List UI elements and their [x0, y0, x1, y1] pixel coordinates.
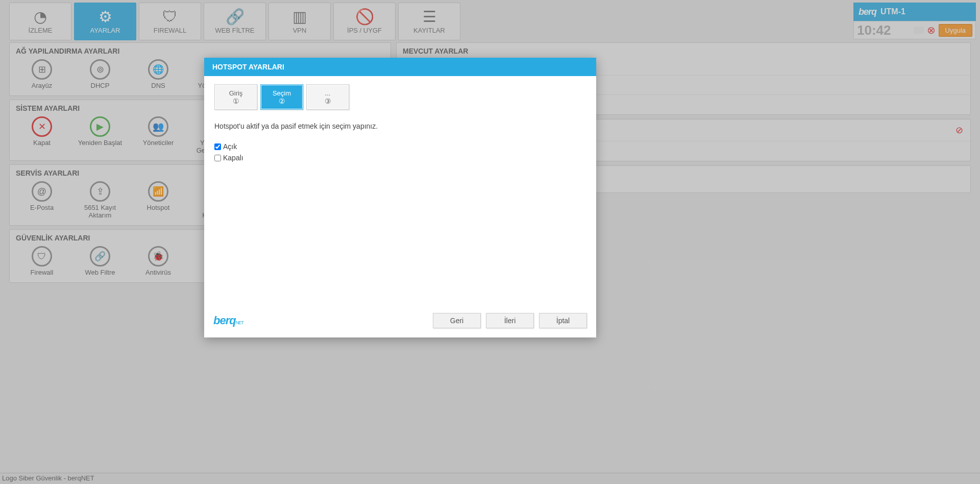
wizard-step-1[interactable]: Giriş ①	[214, 84, 257, 110]
modal-logo: berqNET	[213, 314, 428, 327]
label-off: Kapalı	[223, 154, 243, 162]
next-button[interactable]: İleri	[486, 313, 534, 328]
checkbox-on[interactable]	[214, 143, 221, 150]
modal-instruction: Hotspot'u aktif ya da pasif etmek için s…	[214, 122, 586, 130]
wizard-step-3[interactable]: ... ③	[306, 84, 349, 110]
wizard-step-2[interactable]: Seçim ②	[260, 84, 303, 110]
back-button[interactable]: Geri	[433, 313, 481, 328]
cancel-button[interactable]: İptal	[539, 313, 587, 328]
modal-title: HOTSPOT AYARLARI	[204, 58, 596, 76]
label-on: Açık	[223, 142, 237, 151]
hotspot-modal: HOTSPOT AYARLARI Giriş ① Seçim ② ... ③ H…	[204, 58, 596, 337]
checkbox-off[interactable]	[214, 155, 221, 161]
